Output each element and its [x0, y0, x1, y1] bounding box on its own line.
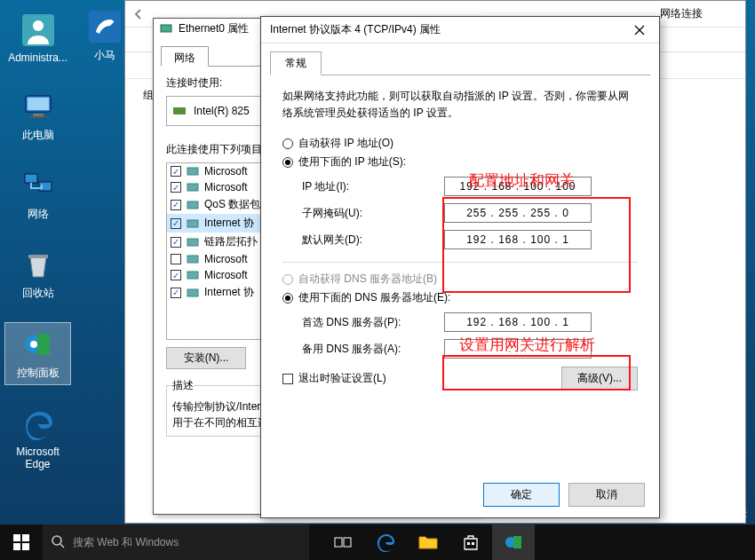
user-icon [20, 12, 56, 48]
svg-point-27 [52, 536, 61, 545]
dialog-title: Internet 协议版本 4 (TCP/IPv4) 属性 [270, 22, 441, 37]
desktop-icon-label: 回收站 [22, 286, 54, 301]
desktop-icons: Administra... 此电脑 网络 回收站 控制面板 [4, 9, 71, 474]
radio-icon [282, 293, 293, 304]
svg-rect-8 [28, 255, 48, 258]
svg-rect-21 [187, 272, 198, 279]
start-button[interactable] [0, 525, 43, 560]
annotation-1: 配置地址和网关 [469, 170, 575, 191]
svg-rect-3 [28, 98, 49, 110]
desktop-icon-label: 此电脑 [22, 128, 54, 143]
protocol-label: Microsoft [204, 181, 248, 193]
protocol-label: 链路层拓扑 [204, 234, 258, 249]
desc-legend: 描述 [172, 378, 194, 393]
checkbox-label: 退出时验证设置(L) [298, 371, 386, 386]
desktop-icon-recycle[interactable]: 回收站 [4, 243, 71, 304]
checkbox-icon [171, 254, 181, 264]
protocol-label: Microsoft [204, 165, 248, 177]
svg-rect-15 [187, 168, 198, 175]
protocol-label: Microsoft [204, 253, 248, 265]
ok-button[interactable]: 确定 [483, 483, 560, 507]
back-icon[interactable] [132, 8, 145, 20]
desktop-icon-xiaoma[interactable]: 小马 [78, 9, 131, 63]
svg-rect-26 [22, 543, 29, 550]
svg-rect-17 [187, 201, 198, 209]
desktop-icon-label: Administra... [8, 51, 68, 64]
pref-dns-label: 首选 DNS 服务器(P): [302, 315, 444, 330]
window-title: Ethernet0 属性 [179, 21, 249, 36]
desktop-icon-thispc[interactable]: 此电脑 [4, 85, 71, 146]
svg-rect-28 [335, 538, 342, 547]
taskbar-explorer[interactable] [407, 525, 449, 560]
taskbar-controlpanel[interactable] [492, 525, 535, 560]
checkbox-icon: ✓ [171, 182, 181, 193]
svg-rect-6 [25, 174, 37, 183]
adapter-name: Intel(R) 825 [194, 105, 250, 117]
svg-rect-14 [173, 107, 186, 114]
search-box[interactable]: 搜索 Web 和 Windows [43, 525, 309, 560]
control-panel-icon [20, 327, 56, 362]
svg-rect-25 [13, 543, 20, 550]
protocol-label: Internet 协 [204, 216, 254, 231]
svg-point-1 [33, 20, 44, 31]
svg-rect-31 [472, 542, 474, 545]
explorer-title: 网络连接 [660, 6, 703, 21]
svg-point-11 [30, 341, 37, 348]
ip-label: IP 地址(I): [302, 179, 444, 194]
checkbox-icon: ✓ [171, 166, 181, 177]
edge-icon [20, 406, 56, 442]
radio-manual-ip[interactable]: 使用下面的 IP 地址(S): [282, 154, 638, 170]
desktop-icon-label: 小马 [94, 48, 115, 63]
radio-label: 自动获得 IP 地址(O) [298, 136, 393, 151]
desktop-icon-controlpanel[interactable]: 控制面板 [4, 322, 71, 385]
radio-icon [282, 138, 293, 149]
taskview-button[interactable] [322, 525, 364, 560]
taskbar-store[interactable] [449, 525, 492, 560]
svg-rect-30 [467, 542, 470, 545]
checkbox-icon: ✓ [171, 288, 181, 298]
svg-rect-13 [161, 25, 171, 32]
network-icon [20, 168, 56, 203]
install-button[interactable]: 安装(N)... [166, 347, 246, 369]
preferred-dns-input[interactable]: 192 . 168 . 100 . 1 [444, 312, 592, 332]
ethernet-icon [159, 21, 173, 35]
taskbar: 搜索 Web 和 Windows [0, 525, 755, 560]
intro-text: 如果网络支持此功能，则可以获取自动指派的 IP 设置。否则，你需要从网络系统管理… [282, 88, 638, 122]
checkbox-icon: ✓ [171, 237, 181, 248]
desktop-icon-network[interactable]: 网络 [4, 164, 71, 225]
tab-general[interactable]: 常规 [270, 51, 322, 75]
protocol-icon [187, 253, 199, 265]
radio-auto-ip[interactable]: 自动获得 IP 地址(O) [282, 136, 638, 151]
watermark: 亿速云 [687, 505, 750, 521]
desktop-icon-edge[interactable]: Microsoft Edge [4, 403, 71, 474]
radio-label: 自动获得 DNS 服务器地址(B) [298, 272, 437, 287]
taskbar-edge[interactable] [364, 525, 407, 560]
svg-rect-4 [33, 114, 44, 116]
protocol-icon [187, 287, 199, 299]
svg-rect-20 [187, 256, 198, 263]
store-icon [462, 533, 480, 551]
close-icon [634, 25, 645, 35]
desktop-icon-admin[interactable]: Administra... [4, 9, 71, 67]
pc-icon [20, 89, 56, 124]
svg-rect-16 [187, 184, 198, 191]
protocol-label: Internet 协 [204, 285, 254, 300]
protocol-icon [187, 236, 199, 248]
radio-label: 使用下面的 IP 地址(S): [298, 154, 406, 170]
close-button[interactable] [620, 17, 659, 43]
protocol-label: Microsoft [204, 269, 248, 281]
folder-icon [418, 534, 438, 550]
tab-network[interactable]: 网络 [161, 46, 209, 67]
radio-label: 使用下面的 DNS 服务器地址(E): [298, 290, 450, 305]
protocol-icon [187, 181, 199, 193]
annotation-box-1 [442, 197, 631, 293]
cancel-button[interactable]: 取消 [568, 483, 645, 507]
search-icon [52, 535, 66, 549]
checkbox-icon: ✓ [171, 200, 181, 210]
gateway-label: 默认网关(D): [302, 233, 444, 248]
alt-dns-label: 备用 DNS 服务器(A): [302, 342, 444, 357]
svg-rect-19 [187, 239, 198, 246]
desktop-icon-label: 网络 [28, 207, 49, 222]
search-placeholder: 搜索 Web 和 Windows [73, 535, 179, 550]
radio-icon [282, 157, 293, 168]
